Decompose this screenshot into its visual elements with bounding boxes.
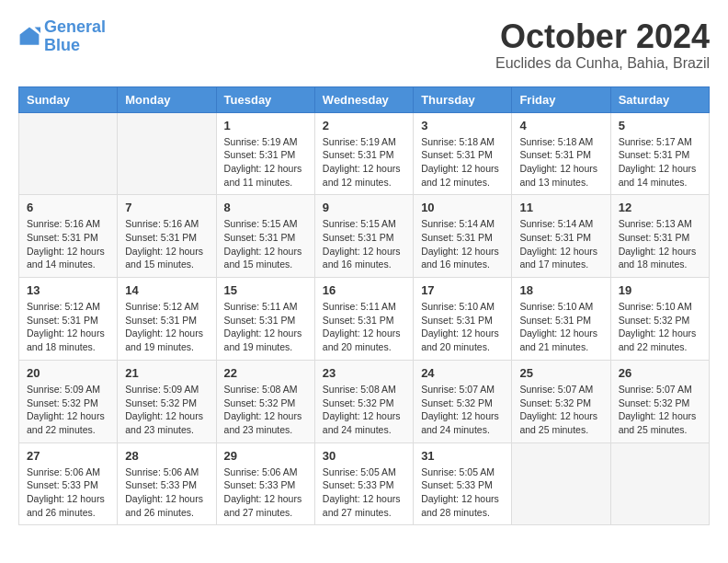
day-info: Sunrise: 5:07 AMSunset: 5:32 PMDaylight:… <box>519 383 602 437</box>
day-number: 30 <box>323 449 405 463</box>
day-info: Sunrise: 5:16 AMSunset: 5:31 PMDaylight:… <box>27 217 109 271</box>
day-info: Sunrise: 5:08 AMSunset: 5:32 PMDaylight:… <box>323 383 405 437</box>
day-cell: 13Sunrise: 5:12 AMSunset: 5:31 PMDayligh… <box>19 278 118 361</box>
week-row-3: 13Sunrise: 5:12 AMSunset: 5:31 PMDayligh… <box>19 278 710 361</box>
day-info: Sunrise: 5:15 AMSunset: 5:31 PMDaylight:… <box>323 217 405 271</box>
day-info: Sunrise: 5:12 AMSunset: 5:31 PMDaylight:… <box>27 300 109 354</box>
header-cell-saturday: Saturday <box>610 86 709 112</box>
day-info: Sunrise: 5:14 AMSunset: 5:31 PMDaylight:… <box>421 217 504 271</box>
header: General Blue October 2024 Euclides da Cu… <box>18 18 710 72</box>
day-info: Sunrise: 5:11 AMSunset: 5:31 PMDaylight:… <box>323 300 405 354</box>
header-cell-monday: Monday <box>118 86 216 112</box>
day-cell: 1Sunrise: 5:19 AMSunset: 5:31 PMDaylight… <box>216 112 314 195</box>
day-info: Sunrise: 5:07 AMSunset: 5:32 PMDaylight:… <box>619 383 701 437</box>
week-row-5: 27Sunrise: 5:06 AMSunset: 5:33 PMDayligh… <box>19 442 710 525</box>
day-info: Sunrise: 5:08 AMSunset: 5:32 PMDaylight:… <box>224 383 307 437</box>
day-info: Sunrise: 5:11 AMSunset: 5:31 PMDaylight:… <box>224 300 307 354</box>
day-info: Sunrise: 5:10 AMSunset: 5:31 PMDaylight:… <box>421 300 504 354</box>
subtitle: Euclides da Cunha, Bahia, Brazil <box>495 55 710 72</box>
day-cell: 5Sunrise: 5:17 AMSunset: 5:31 PMDaylight… <box>610 112 709 195</box>
day-info: Sunrise: 5:09 AMSunset: 5:32 PMDaylight:… <box>27 383 109 437</box>
day-number: 5 <box>619 119 701 132</box>
day-cell: 17Sunrise: 5:10 AMSunset: 5:31 PMDayligh… <box>414 278 512 361</box>
day-number: 11 <box>519 201 602 214</box>
day-number: 21 <box>125 366 208 380</box>
day-info: Sunrise: 5:10 AMSunset: 5:32 PMDaylight:… <box>619 300 701 354</box>
day-number: 15 <box>224 283 307 297</box>
day-cell: 26Sunrise: 5:07 AMSunset: 5:32 PMDayligh… <box>610 360 709 442</box>
day-number: 31 <box>421 449 504 463</box>
day-number: 19 <box>619 283 701 297</box>
day-cell: 30Sunrise: 5:05 AMSunset: 5:33 PMDayligh… <box>314 442 413 525</box>
day-number: 27 <box>27 449 109 463</box>
day-number: 17 <box>421 283 504 297</box>
header-row: SundayMondayTuesdayWednesdayThursdayFrid… <box>19 86 710 112</box>
day-cell: 28Sunrise: 5:06 AMSunset: 5:33 PMDayligh… <box>118 442 216 525</box>
day-info: Sunrise: 5:15 AMSunset: 5:31 PMDaylight:… <box>224 217 307 271</box>
week-row-1: 1Sunrise: 5:19 AMSunset: 5:31 PMDaylight… <box>19 112 710 195</box>
day-number: 12 <box>619 201 701 214</box>
day-info: Sunrise: 5:19 AMSunset: 5:31 PMDaylight:… <box>323 135 405 190</box>
day-cell: 14Sunrise: 5:12 AMSunset: 5:31 PMDayligh… <box>118 278 216 361</box>
header-cell-friday: Friday <box>512 86 610 112</box>
day-number: 29 <box>224 449 307 463</box>
day-cell: 8Sunrise: 5:15 AMSunset: 5:31 PMDaylight… <box>216 195 314 278</box>
day-cell: 31Sunrise: 5:05 AMSunset: 5:33 PMDayligh… <box>414 442 512 525</box>
day-cell <box>19 112 118 195</box>
day-cell: 12Sunrise: 5:13 AMSunset: 5:31 PMDayligh… <box>610 195 709 278</box>
day-number: 4 <box>519 119 602 132</box>
day-info: Sunrise: 5:05 AMSunset: 5:33 PMDaylight:… <box>421 465 504 520</box>
day-number: 10 <box>421 201 504 214</box>
day-info: Sunrise: 5:05 AMSunset: 5:33 PMDaylight:… <box>323 465 405 520</box>
day-info: Sunrise: 5:07 AMSunset: 5:32 PMDaylight:… <box>421 383 504 437</box>
week-row-2: 6Sunrise: 5:16 AMSunset: 5:31 PMDaylight… <box>19 195 710 278</box>
day-cell: 16Sunrise: 5:11 AMSunset: 5:31 PMDayligh… <box>314 278 413 361</box>
day-cell: 27Sunrise: 5:06 AMSunset: 5:33 PMDayligh… <box>19 442 118 525</box>
day-cell: 18Sunrise: 5:10 AMSunset: 5:31 PMDayligh… <box>512 278 610 361</box>
day-cell: 3Sunrise: 5:18 AMSunset: 5:31 PMDaylight… <box>414 112 512 195</box>
day-info: Sunrise: 5:06 AMSunset: 5:33 PMDaylight:… <box>125 465 208 520</box>
logo: General Blue <box>18 18 106 55</box>
main-title: October 2024 <box>495 18 710 55</box>
day-cell <box>610 442 709 525</box>
day-number: 24 <box>421 366 504 380</box>
day-number: 14 <box>125 283 208 297</box>
day-cell: 21Sunrise: 5:09 AMSunset: 5:32 PMDayligh… <box>118 360 216 442</box>
week-row-4: 20Sunrise: 5:09 AMSunset: 5:32 PMDayligh… <box>19 360 710 442</box>
calendar-header: SundayMondayTuesdayWednesdayThursdayFrid… <box>19 86 710 112</box>
day-cell: 2Sunrise: 5:19 AMSunset: 5:31 PMDaylight… <box>314 112 413 195</box>
day-cell: 23Sunrise: 5:08 AMSunset: 5:32 PMDayligh… <box>314 360 413 442</box>
day-number: 1 <box>224 119 307 132</box>
day-number: 8 <box>224 201 307 214</box>
day-info: Sunrise: 5:09 AMSunset: 5:32 PMDaylight:… <box>125 383 208 437</box>
calendar-body: 1Sunrise: 5:19 AMSunset: 5:31 PMDaylight… <box>19 112 710 525</box>
calendar-table: SundayMondayTuesdayWednesdayThursdayFrid… <box>18 86 710 526</box>
day-number: 28 <box>125 449 208 463</box>
day-info: Sunrise: 5:16 AMSunset: 5:31 PMDaylight:… <box>125 217 208 271</box>
svg-marker-0 <box>20 27 40 44</box>
logo-text: General Blue <box>44 18 106 55</box>
day-number: 13 <box>27 283 109 297</box>
day-number: 7 <box>125 201 208 214</box>
header-cell-thursday: Thursday <box>414 86 512 112</box>
day-number: 22 <box>224 366 307 380</box>
day-info: Sunrise: 5:17 AMSunset: 5:31 PMDaylight:… <box>619 135 701 190</box>
logo-icon <box>18 26 40 48</box>
day-cell: 15Sunrise: 5:11 AMSunset: 5:31 PMDayligh… <box>216 278 314 361</box>
day-number: 2 <box>323 119 405 132</box>
day-info: Sunrise: 5:19 AMSunset: 5:31 PMDaylight:… <box>224 135 307 190</box>
day-number: 20 <box>27 366 109 380</box>
day-cell: 11Sunrise: 5:14 AMSunset: 5:31 PMDayligh… <box>512 195 610 278</box>
day-cell: 9Sunrise: 5:15 AMSunset: 5:31 PMDaylight… <box>314 195 413 278</box>
day-cell: 29Sunrise: 5:06 AMSunset: 5:33 PMDayligh… <box>216 442 314 525</box>
day-info: Sunrise: 5:10 AMSunset: 5:31 PMDaylight:… <box>519 300 602 354</box>
day-info: Sunrise: 5:18 AMSunset: 5:31 PMDaylight:… <box>421 135 504 190</box>
day-cell: 25Sunrise: 5:07 AMSunset: 5:32 PMDayligh… <box>512 360 610 442</box>
day-cell: 24Sunrise: 5:07 AMSunset: 5:32 PMDayligh… <box>414 360 512 442</box>
day-number: 3 <box>421 119 504 132</box>
day-cell: 19Sunrise: 5:10 AMSunset: 5:32 PMDayligh… <box>610 278 709 361</box>
day-cell: 20Sunrise: 5:09 AMSunset: 5:32 PMDayligh… <box>19 360 118 442</box>
day-info: Sunrise: 5:18 AMSunset: 5:31 PMDaylight:… <box>519 135 602 190</box>
day-cell: 6Sunrise: 5:16 AMSunset: 5:31 PMDaylight… <box>19 195 118 278</box>
day-info: Sunrise: 5:06 AMSunset: 5:33 PMDaylight:… <box>27 465 109 520</box>
